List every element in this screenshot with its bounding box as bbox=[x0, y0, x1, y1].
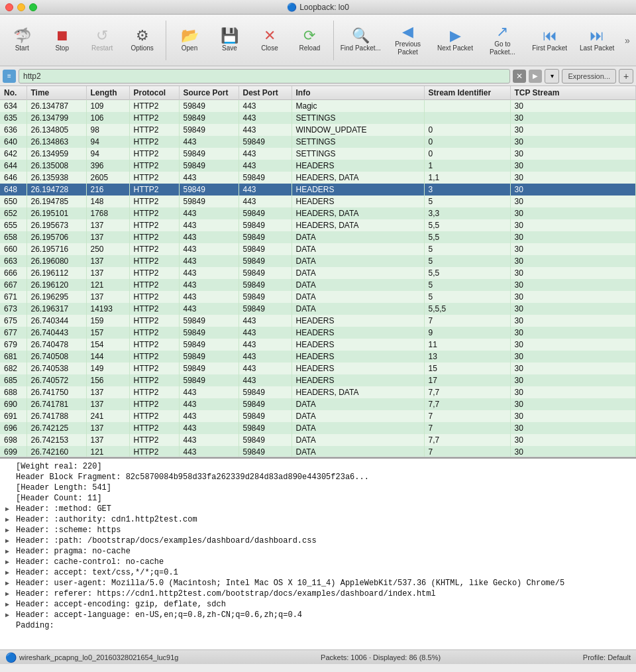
filter-add-button[interactable]: + bbox=[619, 69, 633, 84]
col-header-info[interactable]: Info bbox=[292, 86, 424, 100]
col-header-source-port[interactable]: Source Port bbox=[179, 86, 238, 100]
table-row[interactable]: 69826.742153137HTTP244359849DATA7,730 bbox=[0, 434, 636, 446]
cell-time: 26.135938 bbox=[26, 172, 86, 184]
minimize-window-button[interactable] bbox=[17, 3, 25, 11]
col-header-stream[interactable]: Stream Identifier bbox=[424, 86, 510, 100]
cell-sport: 443 bbox=[179, 172, 238, 184]
first-packet-button[interactable]: ⏮ First Packet bbox=[527, 17, 572, 64]
table-row[interactable]: 67926.740478154HTTP259849443HEADERS1130 bbox=[0, 339, 636, 351]
table-row[interactable]: 65226.1951011768HTTP244359849HEADERS, DA… bbox=[0, 207, 636, 219]
table-row[interactable]: 66626.196112137HTTP244359849DATA5,530 bbox=[0, 267, 636, 279]
table-row[interactable]: 63426.134787109HTTP259849443Magic30 bbox=[0, 100, 636, 113]
table-row[interactable]: 69126.741788241HTTP244359849DATA730 bbox=[0, 410, 636, 422]
previous-packet-button[interactable]: ◀ Previous Packet bbox=[385, 17, 431, 64]
find-packet-button[interactable]: 🔍 Find Packet... bbox=[338, 17, 384, 64]
cell-time: 26.134805 bbox=[26, 124, 86, 136]
table-row[interactable]: 63526.134799106HTTP259849443SETTINGS30 bbox=[0, 112, 636, 124]
table-row[interactable]: 64226.13495994HTTP259849443SETTINGS030 bbox=[0, 148, 636, 160]
detail-line[interactable]: ▶Header: accept-language: en-US,en;q=0.8… bbox=[5, 610, 631, 620]
detail-line[interactable]: ▶Header: :method: GET bbox=[5, 504, 631, 514]
table-row[interactable]: 69026.741781137HTTP244359849DATA7,730 bbox=[0, 398, 636, 410]
table-row[interactable]: 66026.195716250HTTP244359849DATA530 bbox=[0, 243, 636, 255]
detail-line-text: Header: cache-control: no-cache bbox=[16, 557, 164, 567]
detail-line[interactable]: ▶Header: :authority: cdn1.http2test.com bbox=[5, 514, 631, 525]
table-row[interactable]: 68826.741750137HTTP244359849HEADERS, DAT… bbox=[0, 386, 636, 398]
window-controls[interactable] bbox=[5, 3, 37, 11]
cell-time: 26.195673 bbox=[26, 219, 86, 231]
cell-dport: 59849 bbox=[238, 243, 292, 255]
table-row[interactable]: 66326.196080137HTTP244359849DATA530 bbox=[0, 255, 636, 267]
cell-tcp: 30 bbox=[510, 267, 636, 279]
reload-button[interactable]: ⟳ Reload bbox=[290, 17, 329, 64]
detail-line[interactable]: ▶Header: accept-encoding: gzip, deflate,… bbox=[5, 599, 631, 610]
table-row[interactable]: 63626.13480598HTTP259849443WINDOW_UPDATE… bbox=[0, 124, 636, 136]
cell-length: 154 bbox=[86, 339, 129, 351]
detail-line[interactable]: ▶Header: accept: text/css,*/*;q=0.1 bbox=[5, 567, 631, 578]
save-button[interactable]: 💾 Save bbox=[210, 17, 248, 64]
stop-button[interactable]: ⏹ Stop bbox=[42, 17, 81, 64]
open-button[interactable]: 📂 Open bbox=[170, 17, 209, 64]
table-row[interactable]: 68126.740508144HTTP259849443HEADERS1330 bbox=[0, 351, 636, 363]
detail-line[interactable]: ▶Header: pragma: no-cache bbox=[5, 546, 631, 557]
detail-line[interactable]: ▶Header: :path: /bootstrap/docs/examples… bbox=[5, 535, 631, 546]
table-row[interactable]: 66726.196120121HTTP244359849DATA530 bbox=[0, 279, 636, 291]
cell-protocol: HTTP2 bbox=[129, 363, 179, 374]
detail-line[interactable]: ▶Header: :scheme: https bbox=[5, 525, 631, 535]
table-row[interactable]: 67726.740443157HTTP259849443HEADERS930 bbox=[0, 327, 636, 339]
cell-stream: 5 bbox=[424, 291, 510, 303]
detail-line[interactable]: ▶Header: cache-control: no-cache bbox=[5, 557, 631, 567]
cell-length: 121 bbox=[86, 279, 129, 291]
restart-button[interactable]: ↺ Restart bbox=[83, 17, 121, 64]
table-row[interactable]: 65026.194785148HTTP259849443HEADERS530 bbox=[0, 196, 636, 207]
col-header-tcp[interactable]: TCP Stream bbox=[510, 86, 636, 100]
cell-tcp: 30 bbox=[510, 160, 636, 172]
table-row[interactable]: 67526.740344159HTTP259849443HEADERS730 bbox=[0, 315, 636, 327]
cell-dport: 59849 bbox=[238, 291, 292, 303]
detail-line[interactable]: ▶Header: user-agent: Mozilla/5.0 (Macint… bbox=[5, 578, 631, 588]
detail-line[interactable]: ▶Header: referer: https://cdn1.http2test… bbox=[5, 588, 631, 599]
start-button[interactable]: 🦈 Start bbox=[3, 17, 41, 64]
cell-tcp: 30 bbox=[510, 363, 636, 374]
close-window-button[interactable] bbox=[5, 3, 13, 11]
table-row[interactable]: 64426.135008396HTTP259849443HEADERS130 bbox=[0, 160, 636, 172]
cell-info: HEADERS bbox=[292, 351, 424, 363]
close-icon: ✕ bbox=[264, 28, 276, 43]
col-header-length[interactable]: Length bbox=[86, 86, 129, 100]
cell-length: 137 bbox=[86, 422, 129, 434]
filter-expression-button[interactable]: Expression... bbox=[562, 69, 616, 84]
table-row[interactable]: 68526.740572156HTTP259849443HEADERS1730 bbox=[0, 374, 636, 386]
col-header-time[interactable]: Time bbox=[26, 86, 86, 100]
next-packet-button[interactable]: ▶ Next Packet bbox=[432, 17, 478, 64]
table-row[interactable]: 64026.13486394HTTP244359849SETTINGS030 bbox=[0, 136, 636, 148]
cell-time: 26.196295 bbox=[26, 291, 86, 303]
cell-info: HEADERS, DATA bbox=[292, 207, 424, 219]
next-icon: ▶ bbox=[450, 28, 461, 43]
table-row[interactable]: 64626.1359382605HTTP244359849HEADERS, DA… bbox=[0, 172, 636, 184]
table-row[interactable]: 68226.740538149HTTP259849443HEADERS1530 bbox=[0, 363, 636, 374]
filter-arrow-button[interactable]: ▶ bbox=[529, 70, 542, 83]
table-row[interactable]: 67126.196295137HTTP244359849DATA530 bbox=[0, 291, 636, 303]
goto-packet-button[interactable]: ↗ Go to Packet... bbox=[480, 17, 525, 64]
table-row[interactable]: 65526.195673137HTTP244359849HEADERS, DAT… bbox=[0, 219, 636, 231]
stop-icon: ⏹ bbox=[55, 28, 70, 43]
col-header-no[interactable]: No. bbox=[0, 86, 26, 100]
cell-no: 690 bbox=[0, 398, 26, 410]
cell-no: 642 bbox=[0, 148, 26, 160]
last-packet-button[interactable]: ⏭ Last Packet bbox=[574, 17, 619, 64]
close-button[interactable]: ✕ Close bbox=[250, 17, 289, 64]
table-row[interactable]: 69626.742125137HTTP244359849DATA730 bbox=[0, 422, 636, 434]
toolbar-overflow[interactable]: » bbox=[621, 17, 633, 64]
col-header-protocol[interactable]: Protocol bbox=[129, 86, 179, 100]
filter-clear-button[interactable]: ✕ bbox=[513, 70, 526, 83]
table-row[interactable]: 69926.742160121HTTP244359849DATA730 bbox=[0, 446, 636, 457]
table-row[interactable]: 67326.19631714193HTTP244359849DATA5,5,53… bbox=[0, 303, 636, 315]
detail-line-text: Header: user-agent: Mozilla/5.0 (Macinto… bbox=[16, 579, 564, 588]
maximize-window-button[interactable] bbox=[29, 3, 37, 11]
table-row[interactable]: 65826.195706137HTTP244359849DATA5,530 bbox=[0, 231, 636, 243]
filter-input[interactable] bbox=[19, 69, 510, 84]
cell-sport: 59849 bbox=[179, 339, 238, 351]
table-row[interactable]: 64826.194728216HTTP259849443HEADERS330 bbox=[0, 184, 636, 196]
options-button[interactable]: ⚙ Options bbox=[123, 17, 161, 64]
col-header-dest-port[interactable]: Dest Port bbox=[238, 86, 292, 100]
filter-dropdown[interactable]: ▾ bbox=[545, 69, 559, 84]
